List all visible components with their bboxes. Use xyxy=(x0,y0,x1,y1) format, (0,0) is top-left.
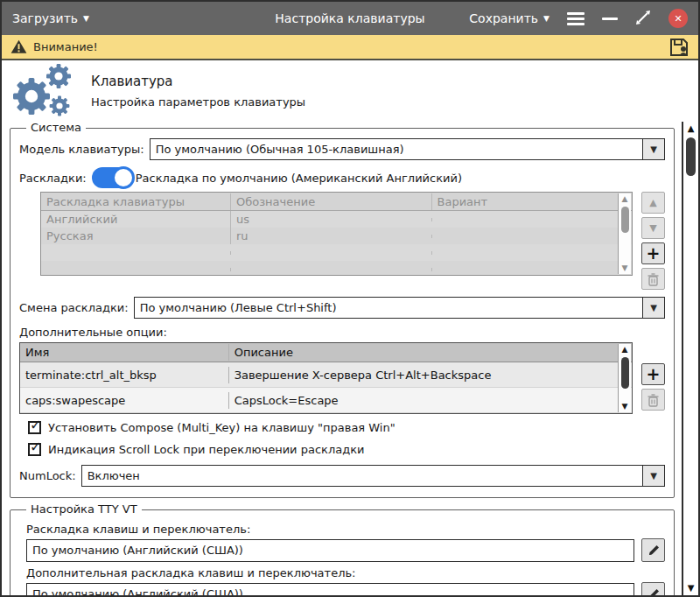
tty-layout-edit-button[interactable] xyxy=(641,538,665,562)
titlebar: Загрузить ▼ Настройка клавиатуры Сохрани… xyxy=(2,2,698,35)
warning-bar: Внимание! xyxy=(2,35,698,60)
plus-icon: + xyxy=(647,245,661,262)
layouts-table-header: Раскладка клавиатуры Обозначение Вариант xyxy=(41,193,632,211)
load-menu-label: Загрузить xyxy=(12,11,78,25)
options-table-scrollbar[interactable]: ▲ ▼ xyxy=(618,344,631,412)
floppy-save-icon[interactable] xyxy=(668,37,690,58)
cell-code: us xyxy=(230,211,431,228)
add-option-button[interactable]: + xyxy=(641,363,665,385)
cell-option-name: caps:swapescape xyxy=(20,392,228,409)
options-table: Имя Описание terminate:ctrl_alt_bksp Зав… xyxy=(19,342,633,414)
page-title: Клавиатура xyxy=(91,74,305,89)
compose-checkbox[interactable]: ✓ xyxy=(28,421,41,434)
table-row[interactable]: Английский us xyxy=(41,211,632,228)
delete-option-button[interactable] xyxy=(641,389,665,411)
close-icon: ✕ xyxy=(674,13,682,25)
column-header: Имя xyxy=(20,344,228,361)
cell-layout: Русская xyxy=(41,228,230,244)
pencil-icon xyxy=(647,587,661,596)
arrow-up-icon: ▲ xyxy=(649,197,656,208)
checkmark-icon: ✓ xyxy=(30,439,41,455)
move-down-button[interactable]: ▼ xyxy=(641,217,665,239)
tty-extra-layout-edit-button[interactable] xyxy=(641,582,665,595)
chevron-down-icon: ▼ xyxy=(650,303,657,313)
column-header: Раскладка клавиатуры xyxy=(41,193,230,210)
tty-group-legend: Настройка TTY VT xyxy=(26,502,142,516)
column-header: Описание xyxy=(228,344,632,361)
tty-extra-layout-value: По умолчанию (Английский (США)) xyxy=(32,587,243,595)
hamburger-menu-icon[interactable] xyxy=(567,12,584,25)
column-header: Вариант xyxy=(431,193,633,210)
toggle-knob-icon xyxy=(112,166,135,189)
numlock-value: Включен xyxy=(82,469,642,482)
tty-extra-layout-label: Дополнительная раскладка клавиш и перекл… xyxy=(26,566,665,579)
layouts-label: Раскладки: xyxy=(19,172,87,185)
options-table-header: Имя Описание xyxy=(20,343,632,362)
chevron-down-icon: ▼ xyxy=(650,144,657,154)
expand-icon xyxy=(635,10,651,25)
page-subtitle: Настройка параметров клавиатуры xyxy=(91,95,305,109)
load-menu-button[interactable]: Загрузить ▼ xyxy=(12,11,89,25)
scroll-up-icon[interactable]: ▲ xyxy=(622,344,628,355)
compose-checkbox-label: Установить Compose (Multi_Key) на клавиш… xyxy=(48,421,396,434)
scroll-down-icon[interactable]: ▼ xyxy=(622,401,628,412)
close-button[interactable]: ✕ xyxy=(668,9,688,28)
table-row[interactable]: Русская ru xyxy=(41,228,632,244)
minimize-button[interactable] xyxy=(602,18,618,20)
scrollbar-thumb[interactable] xyxy=(621,207,629,233)
default-layout-toggle-text: Раскладка по умолчанию (Американский Анг… xyxy=(136,172,462,185)
cell-code: ru xyxy=(230,228,431,244)
trash-icon xyxy=(647,272,660,286)
pencil-icon xyxy=(647,544,661,558)
checkmark-icon: ✓ xyxy=(30,417,41,433)
tty-extra-layout-field: По умолчанию (Английский (США)) xyxy=(26,583,634,596)
cell-layout: Английский xyxy=(41,211,230,228)
scroll-up-icon[interactable]: ▲ xyxy=(688,122,695,136)
scroll-down-icon[interactable]: ▼ xyxy=(688,581,695,595)
switch-layout-value: По умолчанию (Левые Ctrl+Shift) xyxy=(135,301,642,314)
scroll-down-icon[interactable]: ▼ xyxy=(622,263,628,274)
scrollbar-thumb[interactable] xyxy=(686,137,696,176)
arrow-down-icon: ▼ xyxy=(649,222,656,234)
warning-triangle-icon xyxy=(10,39,27,54)
gears-icon xyxy=(9,63,77,119)
scrolllock-checkbox-row[interactable]: ✓ Индикация Scroll Lock при переключении… xyxy=(28,443,665,456)
keyboard-model-select[interactable]: По умолчанию (Обычная 105-клавишная) ▼ xyxy=(150,138,665,160)
default-layout-toggle[interactable] xyxy=(92,167,132,188)
numlock-select[interactable]: Включен ▼ xyxy=(81,465,665,487)
keyboard-model-label: Модель клавиатуры: xyxy=(19,143,144,156)
system-group-legend: Система xyxy=(26,122,86,134)
numlock-label: NumLock: xyxy=(19,469,76,482)
caret-down-icon: ▼ xyxy=(543,15,550,23)
maximize-button[interactable] xyxy=(635,10,651,28)
main-scrollbar[interactable]: ▲ ▼ xyxy=(682,122,698,595)
table-row[interactable]: caps:swapescape CapsLock=Escape xyxy=(20,388,632,413)
system-group: Система Модель клавиатуры: По умолчанию … xyxy=(10,128,675,498)
compose-checkbox-row[interactable]: ✓ Установить Compose (Multi_Key) на клав… xyxy=(28,421,665,434)
table-row[interactable]: terminate:ctrl_alt_bksp Завершение X-сер… xyxy=(20,362,632,388)
scrollbar-thumb[interactable] xyxy=(621,357,629,389)
layouts-table: Раскладка клавиатуры Обозначение Вариант… xyxy=(40,192,633,276)
minimize-icon xyxy=(602,18,618,20)
save-menu-button[interactable]: Сохранить ▼ xyxy=(469,11,550,25)
scroll-up-icon[interactable]: ▲ xyxy=(622,193,628,205)
keyboard-model-value: По умолчанию (Обычная 105-клавишная) xyxy=(150,143,642,156)
tty-layout-value: По умолчанию (Английский (США)) xyxy=(32,544,243,557)
warning-text: Внимание! xyxy=(33,40,98,53)
cell-option-name: terminate:ctrl_alt_bksp xyxy=(20,367,228,383)
extra-options-label: Дополнительные опции: xyxy=(19,326,665,339)
layouts-table-scrollbar[interactable]: ▲ ▼ xyxy=(618,193,631,274)
chevron-down-icon: ▼ xyxy=(650,471,657,481)
delete-layout-button[interactable] xyxy=(641,268,665,290)
tty-layout-label: Раскладка клавиш и переключатель: xyxy=(26,523,665,536)
caret-down-icon: ▼ xyxy=(83,15,89,23)
column-header: Обозначение xyxy=(230,193,431,210)
tty-group: Настройка TTY VT Раскладка клавиш и пере… xyxy=(10,509,675,595)
scrolllock-checkbox[interactable]: ✓ xyxy=(28,443,41,456)
tty-layout-field: По умолчанию (Английский (США)) xyxy=(26,539,634,562)
move-up-button[interactable]: ▲ xyxy=(641,192,665,214)
switch-layout-select[interactable]: По умолчанию (Левые Ctrl+Shift) ▼ xyxy=(134,297,665,319)
cell-variant xyxy=(431,218,633,221)
plus-icon: + xyxy=(647,366,661,383)
add-layout-button[interactable]: + xyxy=(641,242,665,264)
